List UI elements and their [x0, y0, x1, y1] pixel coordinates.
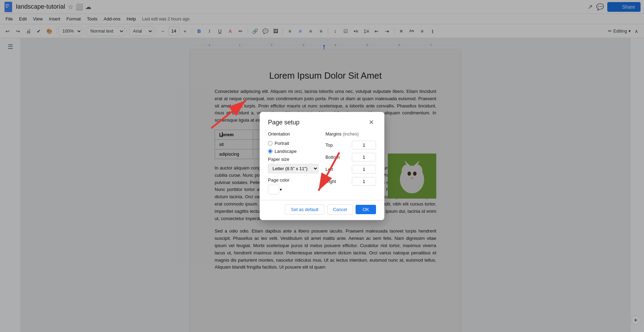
page-setup-dialog: Page setup ✕ Orientation Portrait Landsc…	[260, 112, 384, 220]
paper-size-select[interactable]: Letter (8.5" x 11")	[268, 164, 319, 173]
portrait-label: Portrait	[275, 141, 289, 146]
bottom-margin-row: Bottom	[325, 153, 376, 161]
dialog-body: Orientation Portrait Landscape Paper siz…	[260, 131, 384, 200]
ok-button[interactable]: OK	[356, 205, 376, 214]
margins-unit: (inches)	[343, 131, 359, 137]
portrait-radio[interactable]	[268, 141, 272, 146]
set-as-default-button[interactable]: Set as default	[285, 204, 324, 215]
left-margin-input[interactable]	[352, 165, 376, 174]
dialog-title: Page setup	[268, 119, 299, 126]
modal-overlay[interactable]: Page setup ✕ Orientation Portrait Landsc…	[0, 0, 644, 332]
page-color-label: Page color	[268, 177, 319, 183]
portrait-option[interactable]: Portrait	[268, 141, 319, 146]
landscape-label: Landscape	[275, 149, 297, 154]
orientation-label: Orientation	[268, 131, 319, 137]
right-margin-label: Right	[325, 179, 343, 184]
left-margin-label: Left	[325, 167, 343, 172]
landscape-option[interactable]: Landscape	[268, 149, 319, 154]
cancel-button[interactable]: Cancel	[327, 204, 353, 215]
right-margin-row: Right	[325, 177, 376, 186]
margins-label: Margins	[325, 131, 341, 137]
top-margin-input[interactable]	[352, 141, 376, 149]
right-margin-input[interactable]	[352, 177, 376, 186]
top-margin-row: Top	[325, 141, 376, 149]
top-margin-label: Top	[325, 142, 343, 148]
dialog-left-column: Orientation Portrait Landscape Paper siz…	[268, 131, 319, 194]
left-margin-row: Left	[325, 165, 376, 174]
dialog-footer: Set as default Cancel OK	[260, 200, 384, 220]
color-swatch[interactable]	[268, 185, 279, 194]
color-dropdown-icon[interactable]: ▾	[280, 187, 282, 192]
bottom-margin-input[interactable]	[352, 153, 376, 161]
landscape-radio[interactable]	[268, 149, 272, 154]
dialog-close-button[interactable]: ✕	[366, 117, 376, 127]
dialog-right-column: Margins (inches) Top Bottom Left Right	[325, 131, 376, 194]
page-color-picker[interactable]: ▾	[268, 185, 319, 194]
margins-header: Margins (inches)	[325, 131, 376, 137]
dialog-header: Page setup ✕	[260, 112, 384, 131]
bottom-margin-label: Bottom	[325, 155, 343, 160]
paper-size-label: Paper size	[268, 157, 319, 162]
